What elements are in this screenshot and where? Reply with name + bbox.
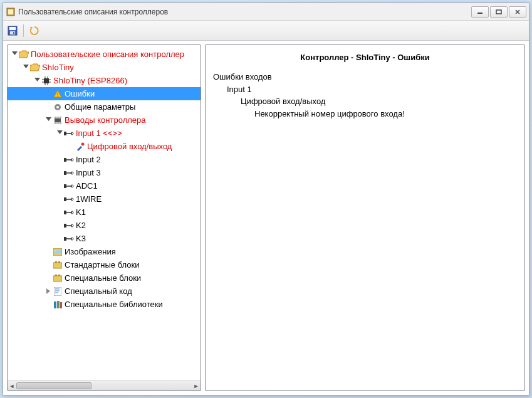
svg-point-41 <box>81 142 85 145</box>
svg-rect-9 <box>13 32 14 34</box>
tree-node-spec-libs[interactable]: Специальные библиотеки <box>8 298 201 311</box>
tree-label: K3 <box>76 234 90 243</box>
blocks-icon <box>53 260 63 270</box>
pin-icon <box>64 155 74 165</box>
tools-icon <box>75 142 85 152</box>
tree-label: Выводы контроллера <box>65 115 150 125</box>
app-window: Пользовательские описания контроллеров <box>3 3 529 395</box>
tree-label: Общие параметры <box>65 102 139 112</box>
chip-pins-icon <box>53 115 63 125</box>
detail-line: Цифровой вход/выход <box>241 95 517 108</box>
tree-node-k2[interactable]: K2 <box>8 219 201 232</box>
chevron-down-icon[interactable] <box>44 116 53 125</box>
svg-rect-42 <box>64 158 66 162</box>
tree-node-input2[interactable]: Input 2 <box>8 153 201 166</box>
window-controls <box>471 6 526 18</box>
detail-title: Контроллер - ShIoTiny - Ошибки <box>206 53 524 62</box>
tree-node-k1[interactable]: K1 <box>8 206 201 219</box>
svg-rect-45 <box>64 171 66 175</box>
detail-panel: Контроллер - ShIoTiny - Ошибки Ошибки вх… <box>205 45 525 391</box>
window-title: Пользовательские описания контроллеров <box>18 8 471 16</box>
svg-marker-12 <box>23 65 29 68</box>
svg-rect-57 <box>64 224 66 228</box>
tree-node-digital-io[interactable]: Цифровой вход/выход <box>8 140 201 153</box>
tree-node-std-blocks[interactable]: Стандартные блоки <box>8 258 201 271</box>
tree-label: ADC1 <box>76 181 102 191</box>
tree-node-shlotiny[interactable]: ShIoTiny <box>8 61 201 74</box>
svg-rect-54 <box>64 211 66 214</box>
svg-rect-38 <box>64 132 66 135</box>
minimize-button[interactable] <box>471 6 489 18</box>
scroll-left-arrow[interactable]: ◄ <box>8 381 16 390</box>
tree-horizontal-scrollbar[interactable]: ◄ ► <box>8 380 201 390</box>
titlebar[interactable]: Пользовательские описания контроллеров <box>3 3 529 21</box>
image-icon <box>53 247 63 257</box>
warning-icon: ! <box>53 89 63 99</box>
tree-label: Input 2 <box>76 155 105 164</box>
tree-node-shiotiny-dev[interactable]: ShIoTiny (ESP8266) <box>8 74 201 87</box>
svg-rect-78 <box>57 301 60 308</box>
tree-node-input1[interactable]: Input 1 <<>> <box>8 127 201 140</box>
tree-node-errors[interactable]: ! Ошибки <box>8 87 201 100</box>
tree-label: Цифровой вход/выход <box>87 142 175 151</box>
svg-rect-7 <box>9 27 16 30</box>
toolbar <box>3 21 529 41</box>
svg-rect-77 <box>54 301 56 308</box>
tree-node-spec-blocks[interactable]: Специальные блоки <box>8 271 201 285</box>
detail-body: Ошибки входов Input 1 Цифровой вход/выхо… <box>206 71 524 120</box>
tree-label: ShIoTiny <box>42 63 78 72</box>
content-body: Пользовательские описания контроллер ShI… <box>3 41 529 395</box>
svg-marker-13 <box>34 78 40 81</box>
tree-node-k3[interactable]: K3 <box>8 232 201 245</box>
tree-view[interactable]: Пользовательские описания контроллер ShI… <box>8 45 201 380</box>
tree-node-adc1[interactable]: ADC1 <box>8 179 201 192</box>
app-icon <box>6 7 16 17</box>
chevron-down-icon[interactable] <box>33 76 41 85</box>
chevron-down-icon[interactable] <box>21 63 30 72</box>
gear-icon <box>53 102 63 112</box>
tree-node-general-params[interactable]: Общие параметры <box>8 100 201 113</box>
folder-open-icon <box>19 50 29 60</box>
svg-rect-67 <box>55 261 57 263</box>
tree-label: K1 <box>76 207 90 217</box>
refresh-button[interactable] <box>29 25 40 36</box>
pin-icon <box>64 234 74 244</box>
save-button[interactable] <box>7 25 18 36</box>
close-button[interactable] <box>509 6 526 18</box>
blocks-icon <box>53 273 63 283</box>
code-icon <box>53 286 63 296</box>
svg-rect-68 <box>58 261 60 263</box>
svg-rect-69 <box>53 276 62 281</box>
tree-node-spec-code[interactable]: Специальный код <box>8 285 201 298</box>
svg-point-26 <box>56 106 59 108</box>
svg-rect-51 <box>64 197 66 201</box>
chevron-right-icon[interactable] <box>44 287 53 296</box>
tree-label: Специальный код <box>65 286 136 296</box>
scroll-right-arrow[interactable]: ► <box>192 381 201 390</box>
tree-label: Пользовательские описания контроллер <box>31 50 188 59</box>
svg-marker-27 <box>46 117 51 121</box>
scrollbar-thumb[interactable] <box>16 382 91 389</box>
tree-node-root[interactable]: Пользовательские описания контроллер <box>8 48 201 61</box>
chevron-down-icon[interactable] <box>10 50 19 59</box>
svg-rect-28 <box>55 118 61 122</box>
tree-node-images[interactable]: Изображения <box>8 245 201 258</box>
svg-rect-66 <box>53 263 62 268</box>
tree-label: Input 1 <<>> <box>76 128 126 138</box>
svg-rect-79 <box>60 302 62 308</box>
svg-rect-73 <box>54 287 61 296</box>
chevron-down-icon[interactable] <box>55 129 64 138</box>
tree-label: ShIoTiny (ESP8266) <box>53 76 131 85</box>
tree-node-1wire[interactable]: 1WIRE <box>8 192 201 206</box>
maximize-button[interactable] <box>490 6 508 18</box>
pin-icon <box>64 128 74 139</box>
tree-node-controller-pins[interactable]: Выводы контроллера <box>8 113 201 127</box>
detail-line: Ошибки входов <box>213 71 517 83</box>
pin-icon <box>64 221 74 231</box>
tree-node-input3[interactable]: Input 3 <box>8 166 201 179</box>
folder-open-icon <box>30 63 40 73</box>
pin-icon <box>64 207 74 217</box>
tree-label: Специальные блоки <box>65 273 145 283</box>
svg-rect-64 <box>55 249 61 253</box>
detail-line: Некорректный номер цифрового входа! <box>254 108 517 120</box>
